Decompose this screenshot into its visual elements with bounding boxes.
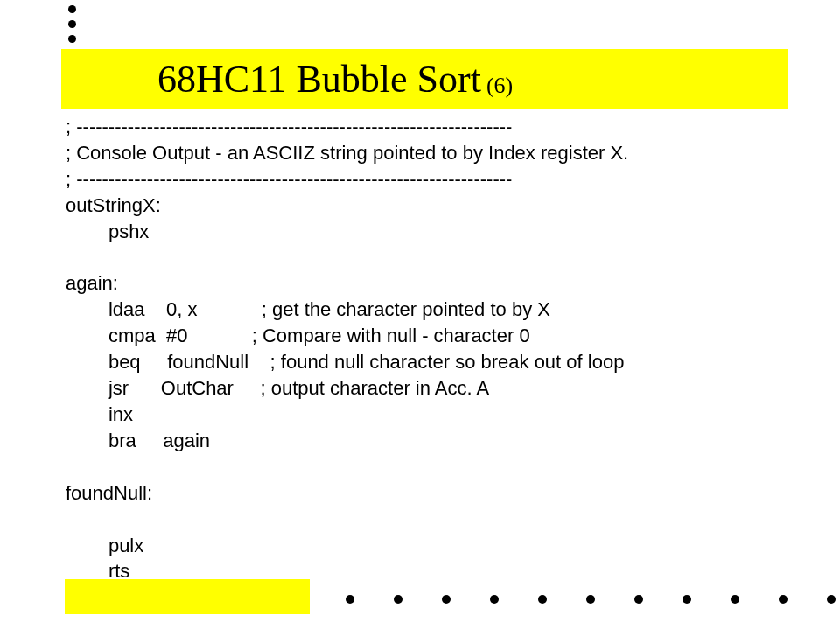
decorative-dots-bottom [346,595,836,604]
bullet-dot [68,35,76,43]
code-block: ; --------------------------------------… [66,114,792,584]
dot-icon [779,595,788,604]
footer-accent [65,579,310,614]
bullet-dot [68,20,76,28]
dot-icon [490,595,499,604]
dot-icon [634,595,643,604]
dot-icon [442,595,451,604]
slide-title: 68HC11 Bubble Sort (6) [61,49,788,108]
bullet-dot [68,5,76,13]
title-subscript: (6) [486,73,513,99]
dot-icon [731,595,739,604]
dot-icon [586,595,595,604]
slide: 68HC11 Bubble Sort (6) ; ---------------… [0,0,840,630]
dot-icon [538,595,547,604]
dot-icon [346,595,354,604]
dot-icon [394,595,402,604]
dot-icon [827,595,836,604]
title-main: 68HC11 Bubble Sort [158,57,481,102]
decorative-bullets-top [68,5,76,50]
dot-icon [682,595,691,604]
